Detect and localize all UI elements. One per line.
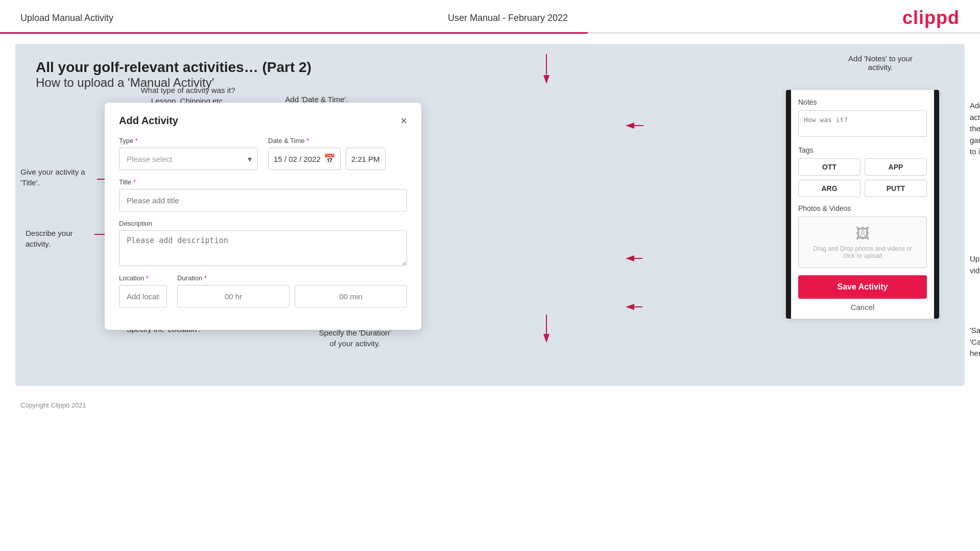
svg-marker-21 (626, 304, 634, 310)
tag-arg[interactable]: ARG (798, 180, 861, 197)
phone-panel: Notes Tags OTT APP ARG PUTT Photos & Vid… (786, 90, 939, 319)
annotation-title: Give your activity a'Title'. (20, 166, 94, 188)
duration-group: Duration * (177, 274, 407, 307)
type-datetime-row: Type * Please select ▾ Date & Time * (119, 137, 407, 170)
location-label: Location * (119, 274, 167, 282)
modal-title: Add Activity (119, 115, 178, 127)
title-input[interactable] (119, 189, 407, 211)
logo: clippd (902, 7, 960, 29)
save-activity-button[interactable]: Save Activity (798, 275, 927, 299)
type-select[interactable]: Please select (119, 148, 258, 170)
tags-label: Tags (798, 146, 927, 154)
description-group: Description (119, 220, 407, 266)
duration-inputs (177, 285, 407, 307)
svg-marker-23 (543, 334, 549, 343)
annotation-description: Describe youractivity. (26, 228, 92, 249)
tag-putt[interactable]: PUTT (865, 180, 927, 197)
tags-grid: OTT APP ARG PUTT (798, 158, 927, 197)
cancel-link[interactable]: Cancel (798, 303, 927, 312)
notes-section: Notes (798, 98, 927, 139)
tags-section: Tags OTT APP ARG PUTT (798, 146, 927, 197)
title-label: Title * (119, 178, 407, 186)
location-duration-row: Location * Duration * (119, 274, 407, 307)
manual-title: User Manual - February 2022 (448, 13, 568, 23)
upload-text: Drag and Drop photos and videos or click… (807, 245, 918, 259)
annotation-photo: Upload a photo orvideo to the activity. (970, 253, 980, 276)
location-group: Location * (119, 274, 167, 307)
main-heading: All your golf-relevant activities… (Part… (36, 59, 944, 76)
page-title: Upload Manual Activity (20, 13, 113, 23)
close-button[interactable]: × (400, 115, 407, 127)
upload-area[interactable]: 🖼 Drag and Drop photos and videos or cli… (798, 217, 927, 268)
phone-left-bar (786, 90, 791, 319)
type-select-wrapper[interactable]: Please select ▾ (119, 148, 258, 170)
annotation-duration: Specify the 'Duration'of your activity. (299, 327, 411, 349)
description-textarea[interactable] (119, 230, 407, 266)
type-label: Type * (119, 137, 258, 145)
add-activity-modal: Add Activity × Type * Please select ▾ (105, 103, 421, 330)
tag-ott[interactable]: OTT (798, 158, 861, 176)
main-area: All your golf-relevant activities… (Part… (15, 44, 965, 386)
location-input[interactable] (119, 285, 167, 307)
top-bar: Upload Manual Activity User Manual - Feb… (0, 0, 980, 34)
notes-label: Notes (798, 98, 927, 106)
phone-content: Notes Tags OTT APP ARG PUTT Photos & Vid… (791, 90, 934, 319)
photos-label: Photos & Videos (798, 204, 927, 212)
photos-section: Photos & Videos 🖼 Drag and Drop photos a… (798, 204, 927, 268)
title-group: Title * (119, 178, 407, 211)
svg-marker-17 (626, 123, 634, 129)
date-input[interactable]: 15 / 02 / 2022 📅 (268, 148, 341, 170)
annotation-tag: Add a 'Tag' to youractivity to link it t… (970, 100, 980, 158)
datetime-group: Date & Time * 15 / 02 / 2022 📅 2:21 PM (268, 137, 407, 170)
footer: Copyright Clippd 2021 (0, 396, 980, 414)
time-input[interactable]: 2:21 PM (346, 148, 386, 170)
modal-header: Add Activity × (119, 115, 407, 127)
annotation-save: 'Save Activity' or'Cancel' your changesh… (970, 325, 980, 360)
duration-hr-input[interactable] (177, 285, 290, 307)
notes-textarea[interactable] (798, 110, 927, 137)
calendar-icon: 📅 (324, 153, 335, 164)
datetime-label: Date & Time * (268, 137, 407, 145)
copyright: Copyright Clippd 2021 (20, 401, 86, 409)
duration-label: Duration * (177, 274, 407, 282)
svg-marker-19 (626, 255, 634, 261)
annotation-notes: Add 'Notes' to youractivity. (824, 54, 937, 71)
tag-app[interactable]: APP (865, 158, 927, 176)
description-label: Description (119, 220, 407, 227)
duration-min-input[interactable] (295, 285, 407, 307)
date-time-inputs: 15 / 02 / 2022 📅 2:21 PM (268, 148, 407, 170)
phone-right-bar (934, 90, 939, 319)
upload-icon: 🖼 (807, 225, 918, 242)
type-group: Type * Please select ▾ (119, 137, 258, 170)
